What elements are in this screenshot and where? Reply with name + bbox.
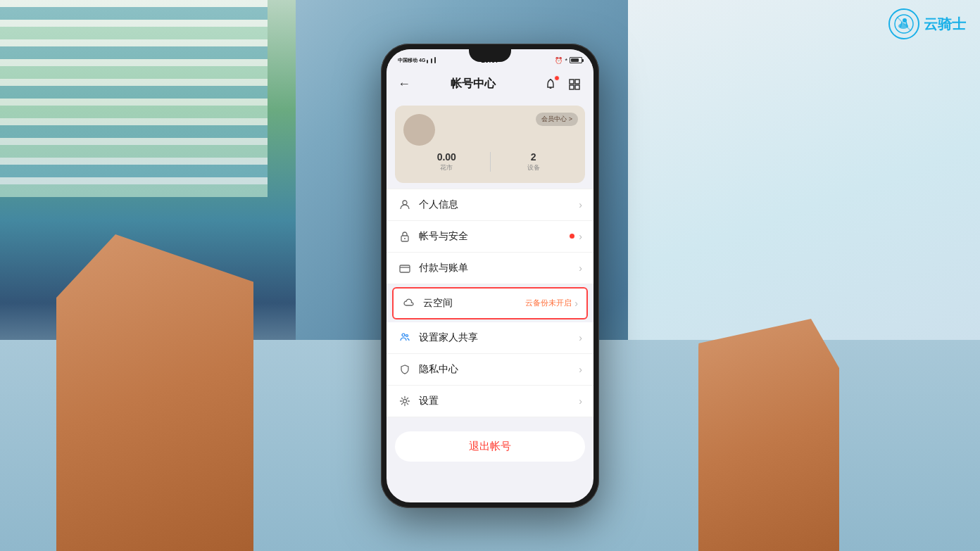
- card-icon: [398, 261, 412, 275]
- brand-logo-svg: [893, 13, 915, 34]
- expand-button[interactable]: [567, 77, 582, 92]
- family-icon: [398, 331, 412, 345]
- brand-watermark: 云骑士: [888, 8, 966, 39]
- devices-label: 设备: [491, 163, 577, 172]
- settings-chevron: ›: [579, 395, 582, 407]
- status-carrier: 中国移动: [398, 57, 417, 64]
- profile-card: 会员中心 > 0.00 花市 2 设备: [395, 106, 585, 183]
- devices-value: 2: [491, 151, 577, 163]
- personal-info-chevron: ›: [579, 199, 582, 210]
- menu-item-account-security[interactable]: 帐号与安全 ›: [387, 221, 593, 253]
- svg-point-12: [403, 201, 407, 205]
- cloud-space-label: 云空间: [423, 297, 525, 310]
- expand-icon: [568, 78, 581, 91]
- svg-point-19: [403, 399, 407, 403]
- cloud-space-status: 云备份未开启: [525, 298, 572, 308]
- menu-item-family-share[interactable]: 设置家人共享 ›: [387, 322, 593, 354]
- settings-label: 设置: [419, 395, 579, 407]
- vip-button[interactable]: 会员中心 >: [536, 113, 578, 126]
- shield-icon: [398, 362, 412, 376]
- svg-rect-15: [400, 265, 410, 272]
- status-signal: 4G: [419, 58, 425, 63]
- notification-badge: [554, 75, 560, 81]
- menu-section: 个人信息 › 帐号与安全 ›: [387, 189, 593, 417]
- svg-rect-9: [575, 80, 579, 84]
- battery-fill: [571, 58, 579, 62]
- nav-bar: ← 帐号中心: [387, 69, 593, 100]
- gear-icon: [398, 394, 412, 408]
- family-share-label: 设置家人共享: [419, 331, 579, 344]
- status-signal2: [427, 57, 436, 63]
- cloud-icon: [402, 296, 416, 310]
- payment-label: 付款与账单: [419, 262, 579, 274]
- svg-point-7: [550, 79, 551, 80]
- menu-item-cloud-space[interactable]: 云空间 云备份未开启 ›: [392, 287, 588, 319]
- privacy-chevron: ›: [579, 364, 582, 375]
- notification-button[interactable]: [543, 77, 558, 92]
- phone-notch: [469, 49, 511, 62]
- phone-screen: 中国移动 4G 10:07 ⏰ *: [387, 49, 593, 502]
- menu-item-personal-info[interactable]: 个人信息 ›: [387, 189, 593, 221]
- status-right: ⏰ *: [555, 57, 582, 64]
- lock-icon: [398, 229, 412, 243]
- cloud-space-chevron: ›: [574, 298, 578, 309]
- svg-point-14: [404, 238, 406, 239]
- personal-info-label: 个人信息: [419, 198, 579, 211]
- svg-point-17: [402, 334, 405, 336]
- status-left: 中国移动 4G: [398, 57, 436, 64]
- profile-avatar: [403, 114, 435, 146]
- brand-logo: [888, 8, 919, 39]
- family-share-chevron: ›: [579, 332, 582, 343]
- svg-rect-11: [575, 85, 579, 89]
- nav-icons: [543, 77, 582, 92]
- payment-chevron: ›: [579, 262, 582, 274]
- account-security-label: 帐号与安全: [419, 230, 570, 243]
- logout-button[interactable]: 退出帐号: [395, 431, 585, 462]
- brand-name: 云骑士: [924, 15, 966, 34]
- stat-devices: 2 设备: [491, 151, 577, 172]
- account-security-chevron: ›: [579, 231, 582, 242]
- svg-rect-8: [570, 80, 574, 84]
- svg-rect-10: [570, 85, 574, 89]
- menu-item-payment[interactable]: 付款与账单 ›: [387, 253, 593, 284]
- stat-flowers: 0.00 花市: [403, 151, 490, 172]
- phone-wrapper: 中国移动 4G 10:07 ⏰ *: [381, 44, 599, 508]
- status-bluetooth-icon: *: [565, 57, 567, 64]
- flowers-label: 花市: [403, 163, 490, 172]
- flowers-value: 0.00: [403, 151, 490, 163]
- status-alarm-icon: ⏰: [555, 57, 563, 64]
- svg-point-18: [406, 334, 408, 336]
- menu-item-settings[interactable]: 设置 ›: [387, 386, 593, 417]
- scroll-content: 会员中心 > 0.00 花市 2 设备: [387, 100, 593, 502]
- security-badge: [570, 234, 574, 239]
- logout-section: 退出帐号: [395, 431, 585, 462]
- phone-device: 中国移动 4G 10:07 ⏰ *: [381, 44, 599, 508]
- svg-rect-6: [550, 87, 552, 89]
- battery-icon: [570, 57, 582, 63]
- page-title: 帐号中心: [403, 77, 543, 91]
- hand-right: [698, 319, 839, 551]
- person-icon: [398, 198, 412, 212]
- battery-tip: [582, 59, 584, 62]
- stripe-pattern: [0, 0, 268, 197]
- profile-stats: 0.00 花市 2 设备: [403, 151, 577, 172]
- menu-item-privacy[interactable]: 隐私中心 ›: [387, 354, 593, 386]
- privacy-label: 隐私中心: [419, 363, 579, 376]
- hand-left: [56, 234, 253, 551]
